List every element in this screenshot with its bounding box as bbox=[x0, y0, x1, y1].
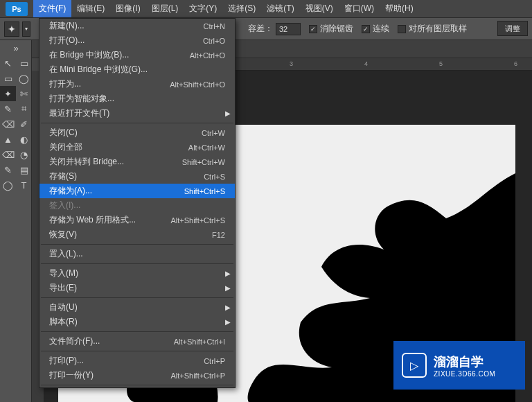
collapse-handle[interactable]: » bbox=[0, 40, 32, 55]
menu-item[interactable]: 打开为...Alt+Shift+Ctrl+O bbox=[39, 77, 235, 91]
menu-separator bbox=[41, 244, 233, 245]
menu-3[interactable]: 图层(L) bbox=[146, 0, 184, 17]
tolerance-input[interactable] bbox=[276, 23, 301, 35]
menu-item-label: 在 Bridge 中浏览(B)... bbox=[49, 49, 190, 61]
tool-10[interactable]: ▲ bbox=[0, 132, 16, 147]
tolerance-label: 容差： bbox=[248, 23, 273, 35]
menu-item[interactable]: 打开为智能对象... bbox=[39, 91, 235, 106]
menu-item[interactable]: 在 Bridge 中浏览(B)...Alt+Ctrl+O bbox=[39, 48, 235, 62]
menu-item-label: 存储(S) bbox=[49, 171, 204, 182]
menu-5[interactable]: 选择(S) bbox=[222, 0, 261, 17]
file-menu: 新建(N)...Ctrl+N打开(O)...Ctrl+O在 Bridge 中浏览… bbox=[39, 18, 236, 388]
tool-3[interactable]: ◯ bbox=[16, 71, 32, 86]
menu-item-label: 打开为智能对象... bbox=[49, 93, 225, 105]
contiguous-label: 连续 bbox=[373, 23, 389, 35]
tool-2[interactable]: ▭ bbox=[0, 71, 16, 86]
tool-5[interactable]: ✄ bbox=[16, 86, 32, 101]
menu-item-shortcut: Alt+Ctrl+W bbox=[188, 143, 225, 152]
submenu-arrow-icon: ▶ bbox=[225, 304, 231, 311]
tool-0[interactable]: ↖ bbox=[0, 55, 16, 71]
menu-item-shortcut: Alt+Shift+Ctrl+O bbox=[170, 80, 225, 89]
tool-11[interactable]: ◐ bbox=[16, 132, 32, 147]
menu-item-shortcut: Ctrl+N bbox=[204, 22, 225, 30]
menu-8[interactable]: 窗口(W) bbox=[339, 0, 380, 17]
menu-1[interactable]: 编辑(E) bbox=[71, 0, 110, 17]
menu-item-label: 存储为(A)... bbox=[49, 185, 184, 197]
tool-6[interactable]: ✎ bbox=[0, 101, 16, 116]
ruler-mark: 5 bbox=[439, 60, 443, 67]
menu-item[interactable]: 自动(U)▶ bbox=[39, 300, 235, 315]
menu-item-label: 在 Mini Bridge 中浏览(G)... bbox=[49, 64, 225, 76]
menu-4[interactable]: 文字(Y) bbox=[184, 0, 222, 17]
tool-12[interactable]: ⌫ bbox=[0, 147, 16, 162]
menu-separator bbox=[41, 123, 233, 123]
menu-item[interactable]: 导出(E)▶ bbox=[39, 281, 235, 295]
menu-item[interactable]: 最近打开文件(T)▶ bbox=[39, 106, 235, 121]
menu-item[interactable]: 文件简介(F)...Alt+Shift+Ctrl+I bbox=[39, 334, 235, 349]
menu-item-label: 脚本(R) bbox=[49, 316, 225, 328]
menu-separator bbox=[41, 331, 233, 332]
tool-9[interactable]: ✐ bbox=[16, 116, 32, 132]
tool-4[interactable]: ✦ bbox=[0, 86, 16, 101]
tool-13[interactable]: ◔ bbox=[16, 147, 32, 162]
menu-item-label: 导出(E) bbox=[49, 282, 225, 294]
tool-preview[interactable]: ✦ bbox=[4, 21, 19, 37]
tool-1[interactable]: ▭ bbox=[16, 55, 32, 71]
all-layers-label: 对所有图层取样 bbox=[409, 23, 467, 35]
menu-6[interactable]: 滤镜(T) bbox=[261, 0, 299, 17]
menu-item[interactable]: 存储(S)Ctrl+S bbox=[39, 169, 235, 184]
menu-item-label: 关闭全部 bbox=[49, 141, 188, 153]
menu-item[interactable]: 存储为 Web 所用格式...Alt+Shift+Ctrl+S bbox=[39, 213, 235, 227]
menu-item[interactable]: 关闭并转到 Bridge...Shift+Ctrl+W bbox=[39, 155, 235, 169]
menu-2[interactable]: 图像(I) bbox=[110, 0, 145, 17]
menu-item-label: 打印一份(Y) bbox=[49, 369, 170, 381]
watermark-title: 溜溜自学 bbox=[434, 353, 495, 370]
tool-7[interactable]: ⌗ bbox=[16, 101, 32, 116]
submenu-arrow-icon: ▶ bbox=[225, 284, 231, 292]
menu-separator bbox=[41, 263, 233, 264]
menu-item[interactable]: 打开(O)...Ctrl+O bbox=[39, 33, 235, 48]
menu-item-label: 关闭(C) bbox=[49, 127, 202, 139]
contiguous-checkbox[interactable]: ✓ bbox=[362, 25, 370, 33]
menu-item-label: 恢复(V) bbox=[49, 229, 212, 241]
menu-item-label: 打开为... bbox=[49, 78, 170, 90]
tool-17[interactable]: T bbox=[16, 177, 32, 193]
menu-0[interactable]: 文件(F) bbox=[33, 0, 71, 17]
menu-item-shortcut: Shift+Ctrl+W bbox=[182, 158, 225, 166]
ruler-mark: 4 bbox=[364, 60, 368, 67]
menu-item[interactable]: 关闭(C)Ctrl+W bbox=[39, 125, 235, 140]
menu-item[interactable]: 存储为(A)...Shift+Ctrl+S bbox=[39, 184, 235, 198]
menu-item[interactable]: 恢复(V)F12 bbox=[39, 227, 235, 242]
tool-15[interactable]: ▤ bbox=[16, 162, 32, 177]
menu-item-shortcut: Alt+Shift+Ctrl+S bbox=[170, 216, 225, 225]
menu-item-shortcut: Alt+Shift+Ctrl+P bbox=[170, 372, 225, 380]
menu-item[interactable]: 导入(M)▶ bbox=[39, 266, 235, 281]
ps-logo: Ps bbox=[6, 2, 28, 16]
menu-separator bbox=[41, 385, 233, 385]
menu-7[interactable]: 视图(V) bbox=[300, 0, 339, 17]
menu-item-shortcut: Ctrl+P bbox=[204, 357, 225, 365]
menu-item[interactable]: 打印一份(Y)Alt+Shift+Ctrl+P bbox=[39, 368, 235, 383]
menu-item-shortcut: Alt+Ctrl+O bbox=[190, 51, 225, 60]
menu-item-label: 自动(U) bbox=[49, 302, 225, 313]
menu-item[interactable]: 新建(N)...Ctrl+N bbox=[39, 19, 235, 33]
menu-9[interactable]: 帮助(H) bbox=[380, 0, 419, 17]
tool-16[interactable]: ◯ bbox=[0, 177, 16, 193]
menubar: Ps 文件(F)编辑(E)图像(I)图层(L)文字(Y)选择(S)滤镜(T)视图… bbox=[0, 0, 532, 18]
menu-item-label: 关闭并转到 Bridge... bbox=[49, 156, 182, 168]
menu-item[interactable]: 打印(P)...Ctrl+P bbox=[39, 353, 235, 368]
all-layers-checkbox[interactable] bbox=[398, 25, 406, 33]
toolbox: » ↖▭▭◯✦✄✎⌗⌫✐▲◐⌫◔✎▤◯T bbox=[0, 40, 32, 402]
menu-item[interactable]: 在 Mini Bridge 中浏览(G)... bbox=[39, 62, 235, 77]
menu-item[interactable]: 置入(L)... bbox=[39, 247, 235, 261]
antialias-checkbox[interactable]: ✓ bbox=[309, 25, 317, 33]
tool-preset-dropdown[interactable]: ▾ bbox=[22, 21, 30, 37]
menu-item-shortcut: Shift+Ctrl+S bbox=[184, 187, 225, 195]
menu-item[interactable]: 脚本(R)▶ bbox=[39, 315, 235, 329]
adjust-button[interactable]: 调整 bbox=[497, 21, 528, 36]
tool-8[interactable]: ⌫ bbox=[0, 116, 16, 132]
menu-item[interactable]: 关闭全部Alt+Ctrl+W bbox=[39, 140, 235, 155]
ruler-mark: 3 bbox=[290, 60, 293, 67]
menu-item-label: 最近打开文件(T) bbox=[49, 107, 225, 119]
tool-14[interactable]: ✎ bbox=[0, 162, 16, 177]
